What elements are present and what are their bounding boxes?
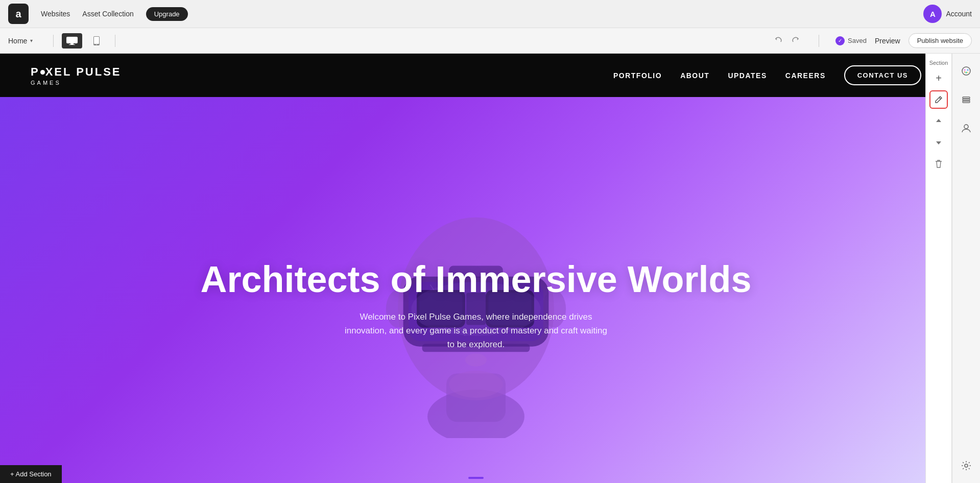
toolbar-divider-2 [115, 35, 115, 47]
hero-section: Architects of Immersive Worlds Welcome t… [0, 97, 952, 483]
svg-point-34 [964, 125, 968, 129]
account-avatar: A [923, 5, 942, 23]
svg-point-5 [97, 44, 98, 45]
chevron-down-icon: ▾ [30, 38, 33, 43]
user-icon [961, 123, 971, 133]
palette-icon [961, 66, 971, 76]
toolbar-divider-3 [819, 35, 819, 47]
svg-point-28 [966, 72, 967, 74]
redo-button[interactable] [788, 34, 802, 48]
user-sidebar-button[interactable] [957, 119, 975, 137]
section-panel: Section + [925, 54, 952, 483]
site-logo-name: PXEL PULSE [31, 65, 122, 79]
nav-contact-us[interactable]: CONTACT US [844, 65, 921, 85]
svg-point-27 [967, 69, 969, 71]
layers-icon [961, 94, 971, 105]
home-label: Home [8, 37, 27, 45]
account-label: Account [946, 10, 972, 18]
section-add-button[interactable]: + [929, 69, 948, 87]
svg-point-23 [449, 371, 503, 398]
publish-button[interactable]: Publish website [909, 33, 972, 48]
top-nav-links: Websites Asset Collection Upgrade [41, 7, 188, 21]
progress-dot [468, 477, 484, 479]
svg-rect-0 [66, 37, 78, 43]
hero-subtitle: Welcome to Pixel Pulse Games, where inde… [343, 310, 609, 352]
svg-rect-31 [963, 97, 970, 99]
section-delete-button[interactable] [929, 155, 948, 173]
svg-rect-1 [70, 43, 74, 44]
trash-icon [935, 160, 942, 168]
site-logo-sub: GAMES [31, 80, 61, 86]
editor-main: PXEL PULSE GAMES PORTFOLIO ABOUT UPDATES… [0, 54, 980, 483]
undo-button[interactable] [772, 34, 786, 48]
svg-rect-33 [963, 101, 970, 103]
add-section-button[interactable]: + Add Section [0, 465, 62, 483]
saved-label: Saved [848, 37, 867, 44]
site-nav: PORTFOLIO ABOUT UPDATES CAREERS CONTACT … [613, 65, 921, 85]
paint-sidebar-button[interactable] [957, 62, 975, 80]
svg-point-26 [964, 69, 966, 71]
nav-updates[interactable]: UPDATES [728, 71, 767, 80]
home-dropdown[interactable]: Home ▾ [8, 37, 33, 45]
right-sidebar [952, 54, 980, 483]
top-bar-right: A Account [923, 5, 972, 23]
section-move-down-button[interactable] [929, 133, 948, 152]
gear-icon [961, 461, 971, 471]
nav-link-websites[interactable]: Websites [41, 10, 70, 18]
section-edit-button[interactable] [929, 90, 948, 109]
account-area[interactable]: A Account [923, 5, 972, 23]
undo-icon [775, 36, 783, 44]
section-panel-label: Section [929, 60, 948, 66]
svg-rect-32 [963, 99, 970, 101]
svg-point-25 [962, 67, 970, 75]
mobile-icon [93, 36, 100, 45]
section-move-up-button[interactable] [929, 112, 948, 130]
arrow-up-icon [935, 117, 942, 125]
hero-title: Architects of Immersive Worlds [200, 259, 751, 300]
canvas-area: PXEL PULSE GAMES PORTFOLIO ABOUT UPDATES… [0, 54, 952, 483]
nav-careers[interactable]: CAREERS [785, 71, 826, 80]
hero-content: Architects of Immersive Worlds Welcome t… [190, 259, 761, 352]
logo-letter: a [15, 8, 21, 20]
site-logo-top: PXEL PULSE [31, 65, 122, 79]
editor-toolbar: Home ▾ [0, 28, 980, 54]
preview-button[interactable]: Preview [875, 37, 900, 45]
svg-rect-2 [69, 44, 75, 45]
toolbar-divider-1 [53, 35, 54, 47]
saved-check-icon: ✓ [835, 36, 845, 45]
nav-about[interactable]: ABOUT [680, 71, 709, 80]
saved-indicator: ✓ Saved [835, 36, 867, 45]
layers-sidebar-button[interactable] [957, 90, 975, 109]
pencil-icon [935, 95, 943, 104]
svg-point-35 [965, 464, 968, 467]
desktop-icon [66, 37, 78, 45]
svg-rect-4 [94, 37, 99, 44]
nav-portfolio[interactable]: PORTFOLIO [613, 71, 662, 80]
upgrade-button[interactable]: Upgrade [146, 7, 188, 21]
device-buttons [62, 33, 107, 49]
toolbar-right: ✓ Saved Preview Publish website [772, 33, 972, 48]
mobile-view-button[interactable] [86, 33, 107, 49]
nav-link-asset-collection[interactable]: Asset Collection [82, 10, 133, 18]
site-header: PXEL PULSE GAMES PORTFOLIO ABOUT UPDATES… [0, 54, 952, 97]
arrow-down-icon [935, 139, 942, 146]
svg-point-29 [964, 71, 965, 73]
redo-icon [791, 36, 799, 44]
undo-redo-group [772, 34, 802, 48]
gear-sidebar-button[interactable] [957, 456, 975, 475]
desktop-view-button[interactable] [62, 33, 82, 49]
app-logo[interactable]: a [8, 4, 29, 24]
svg-point-22 [465, 353, 487, 366]
svg-point-30 [967, 72, 968, 73]
top-bar: a Websites Asset Collection Upgrade A Ac… [0, 0, 980, 28]
website-preview: PXEL PULSE GAMES PORTFOLIO ABOUT UPDATES… [0, 54, 952, 483]
site-logo: PXEL PULSE GAMES [31, 65, 122, 86]
